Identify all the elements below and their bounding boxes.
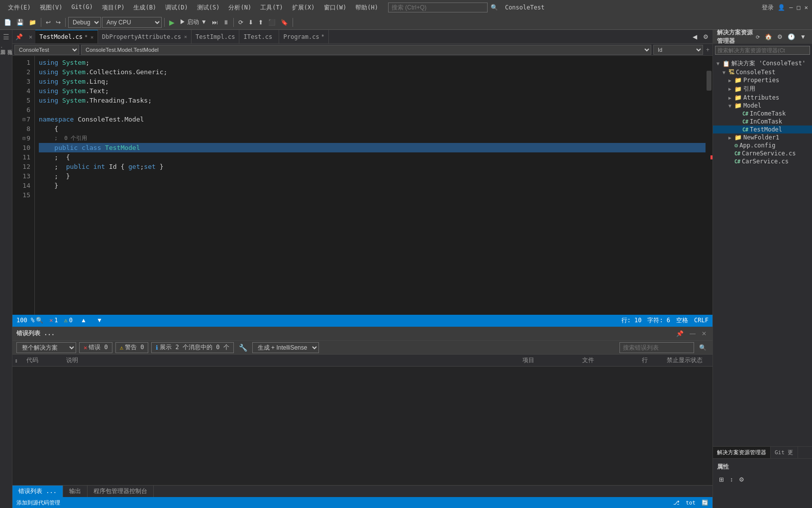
save-all-btn[interactable]: 📁 — [27, 18, 38, 27]
menu-project[interactable]: 项目(P) — [98, 1, 129, 14]
model-folder[interactable]: ▼ 📁 Model — [713, 102, 812, 110]
tab-scroll-left[interactable]: ◀ — [691, 32, 699, 41]
tab-dbproperty[interactable]: DbPropertyAttribute.cs ✕ — [98, 30, 192, 44]
properties-folder[interactable]: ▶ 📁 Properties — [713, 76, 812, 84]
right-tab-solution[interactable]: 解决方案资源管理器 — [713, 447, 771, 458]
properties-sort-btn[interactable]: ↕ — [728, 475, 735, 484]
tab-testmodel[interactable]: TestModel.cs * ✕ — [35, 30, 98, 44]
tab-testimpl[interactable]: TestImpl.cs — [192, 30, 239, 44]
menu-git[interactable]: Git(G) — [67, 1, 97, 14]
tab-program[interactable]: Program.cs * — [279, 30, 328, 44]
carneservice-item[interactable]: C# CarneService.cs — [713, 149, 812, 157]
scope-filter-select[interactable]: 整个解决方案 — [16, 342, 76, 353]
error-search-btn[interactable]: 🔍 — [697, 343, 709, 352]
code-content[interactable]: using System ; using System .Collections… — [35, 56, 706, 315]
menu-analyze[interactable]: 分析(N) — [224, 1, 255, 14]
panel-close-btn[interactable]: ✕ — [700, 329, 709, 338]
menu-debug[interactable]: 调试(D) — [161, 1, 192, 14]
solution-search-input[interactable] — [715, 46, 810, 55]
right-tab-git[interactable]: Git 更 — [771, 447, 798, 458]
vertical-scrollbar[interactable] — [706, 56, 712, 315]
zoom-item[interactable]: 100 % 🔍 — [16, 317, 43, 324]
tab-dbproperty-close[interactable]: ✕ — [184, 34, 187, 39]
appconfig-item[interactable]: ⚙ App.config — [713, 141, 812, 149]
redo-btn[interactable]: ↪ — [54, 18, 63, 27]
bookmark-btn[interactable]: 🔖 — [279, 18, 290, 27]
menu-window[interactable]: 窗口(W) — [320, 1, 351, 14]
login-button[interactable]: 登录 👤 — □ ✕ — [762, 3, 808, 12]
menu-help[interactable]: 帮助(H) — [351, 1, 382, 14]
solution-home-btn[interactable]: 🏠 — [763, 32, 774, 41]
col-suppress[interactable]: 禁止显示状态 — [663, 356, 712, 365]
references-folder[interactable]: ▶ 📁 引用 — [713, 84, 812, 94]
tab-itest[interactable]: ITest.cs — [239, 30, 279, 44]
warning-filter-btn[interactable]: ⚠ 警告 0 — [115, 342, 149, 353]
solution-settings-btn[interactable]: ⚙ — [775, 32, 785, 41]
config-select[interactable]: Debug — [68, 17, 101, 28]
solution-clock-btn[interactable]: 🕐 — [786, 32, 797, 41]
save-btn[interactable]: 💾 — [14, 18, 26, 27]
menu-tools[interactable]: 工具(T) — [256, 1, 287, 14]
menu-file[interactable]: 文件(E) — [4, 1, 35, 14]
start-label-btn[interactable]: ▶ 启动 ▼ — [178, 17, 209, 27]
sidebar-toggle[interactable]: ☰ — [1, 32, 11, 42]
col-file[interactable]: 文件 — [578, 356, 638, 365]
platform-select[interactable]: Any CPU — [102, 17, 162, 28]
sync-icon[interactable]: 🔄 — [702, 500, 709, 506]
bottom-tab-package[interactable]: 程序包管理器控制台 — [88, 486, 154, 498]
col-code[interactable]: 代码 — [22, 356, 62, 365]
step-out-btn[interactable]: ⬆ — [256, 18, 265, 27]
close-left-btn[interactable]: ✕ — [26, 33, 35, 40]
source-control-btn[interactable]: 添加到源代码管理 — [16, 499, 60, 507]
nav-add-btn[interactable]: + — [705, 46, 710, 53]
properties-settings-btn[interactable]: ⚙ — [737, 475, 746, 484]
error-filter-btn[interactable]: ✕ 错误 0 — [79, 342, 112, 353]
solution-sync-btn[interactable]: ⟳ — [754, 32, 762, 41]
col-line[interactable]: 行 — [638, 356, 663, 365]
tab-testmodel-close[interactable]: ✕ — [91, 34, 94, 40]
solution-more-btn[interactable]: ▼ — [798, 32, 808, 41]
menu-test[interactable]: 测试(S) — [193, 1, 224, 14]
incometask-item[interactable]: C# InComeTask — [713, 110, 812, 118]
zoom-icon[interactable]: 🔍 — [36, 317, 43, 324]
intellisense-filter-icon[interactable]: 🔧 — [237, 343, 249, 353]
testmodel-item[interactable]: C# TestModel — [713, 126, 812, 133]
pin-icon[interactable]: 📌 — [12, 33, 26, 40]
nav-down-btn[interactable]: ▼ — [95, 316, 104, 325]
step-over-btn[interactable]: ⟳ — [236, 18, 245, 27]
pause-btn[interactable]: ⏸ — [221, 18, 231, 27]
bottom-tab-errors[interactable]: 错误列表 ... — [12, 486, 63, 498]
project-item[interactable]: ▼ 🏗 ConsoleTest — [713, 68, 812, 76]
scrollbar-thumb[interactable] — [707, 71, 711, 91]
properties-grid-btn[interactable]: ⊞ — [717, 475, 726, 484]
menu-extensions[interactable]: 扩展(X) — [288, 1, 319, 14]
error-search-input[interactable] — [619, 342, 694, 353]
carservice-item[interactable]: C# CarService.cs — [713, 157, 812, 165]
global-search-input[interactable] — [388, 2, 488, 12]
step-into-btn[interactable]: ⬇ — [246, 18, 255, 27]
nav-up-btn[interactable]: ▲ — [79, 316, 89, 325]
member-nav-select[interactable]: Id — [653, 45, 703, 55]
newfolder-item[interactable]: ▶ 📁 NewFolder1 — [713, 133, 812, 141]
start-btn[interactable]: ▶ — [167, 17, 177, 27]
message-filter-btn[interactable]: ℹ 展示 2 个消息中的 0 个 — [151, 342, 233, 353]
breakpoint-btn[interactable]: ⬛ — [266, 18, 278, 27]
panel-pin-btn[interactable]: 📌 — [674, 329, 686, 338]
bottom-tab-output[interactable]: 输出 — [63, 486, 88, 498]
tab-settings[interactable]: ⚙ — [701, 32, 710, 41]
project-nav-select[interactable]: ConsoleTest — [14, 45, 79, 55]
incomtask-item[interactable]: C# InComTask — [713, 118, 812, 126]
new-file-btn[interactable]: 📄 — [2, 18, 13, 27]
warning-count-item[interactable]: ⚠ 0 — [64, 317, 73, 324]
build-filter-select[interactable]: 生成 + IntelliSense — [252, 342, 319, 353]
attach-btn[interactable]: ⏭ — [210, 18, 220, 27]
undo-btn[interactable]: ↩ — [44, 18, 53, 27]
col-project[interactable]: 项目 — [518, 356, 578, 365]
class-nav-select[interactable]: ConsoleTest.Model.TestModel — [81, 45, 651, 55]
solution-root-item[interactable]: ▼ 📋 解决方案 'ConsoleTest' — [713, 59, 812, 68]
menu-view[interactable]: 视图(V) — [36, 1, 67, 14]
error-count-item[interactable]: ✕ 1 — [49, 317, 58, 324]
menu-build[interactable]: 生成(B) — [129, 1, 160, 14]
attributes-folder[interactable]: ▶ 📁 Attributes — [713, 94, 812, 102]
col-desc[interactable]: 说明 — [62, 356, 518, 365]
